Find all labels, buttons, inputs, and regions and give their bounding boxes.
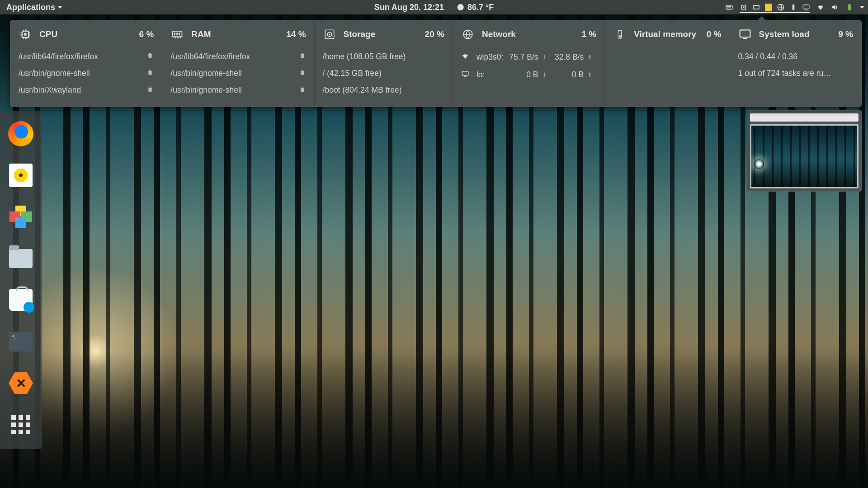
storage-value: 20 %: [425, 29, 444, 39]
svg-rect-16: [177, 33, 178, 35]
cpu-label: CPU: [39, 29, 57, 39]
photos-icon: [9, 206, 32, 228]
weather-icon: [458, 4, 464, 10]
dock-app-terminal[interactable]: >_: [7, 328, 34, 355]
storage-mount-row[interactable]: /home (108.05 GB free): [323, 48, 444, 65]
ram-process-row[interactable]: /usr/lib64/firefox/firefox: [170, 48, 306, 65]
kill-process-icon[interactable]: [299, 69, 306, 78]
workspace-thumb-1[interactable]: [750, 113, 859, 122]
storage-indicator-icon: [765, 4, 772, 11]
hexagon-icon: ✕: [9, 372, 33, 394]
top-bar: Applications Sun Aug 20, 12:21 86.7 °F: [0, 0, 868, 14]
system-monitor-panel: CPU 6 % /usr/lib64/firefox/firefox /usr/…: [10, 20, 862, 107]
svg-rect-1: [727, 6, 731, 7]
svg-rect-25: [619, 36, 621, 38]
storage-column: Storage 20 % /home (108.05 GB free) / (4…: [315, 20, 453, 107]
cpu-indicator-icon: [740, 3, 748, 11]
svg-rect-10: [848, 5, 851, 10]
svg-rect-13: [24, 33, 26, 35]
ram-process-row[interactable]: /usr/bin/gnome-shell: [170, 82, 306, 99]
network-interface-row[interactable]: wlp3s0: 75.7 B/s ⬇ 32.8 B/s ⬆: [461, 48, 596, 66]
wifi-icon[interactable]: [816, 3, 825, 11]
dash-dock: >_ ✕: [0, 111, 42, 449]
dock-app-photos[interactable]: [7, 203, 34, 230]
apps-grid-icon: [11, 415, 30, 434]
keyboard-icon[interactable]: [725, 3, 733, 11]
upload-arrow-icon: ⬆: [587, 71, 596, 78]
shopping-bag-icon: [9, 289, 33, 311]
wifi-interface-icon: [461, 52, 473, 62]
ram-label: RAM: [191, 29, 211, 39]
download-arrow-icon: ⬇: [542, 71, 551, 78]
applications-label: Applications: [6, 3, 55, 12]
kill-process-icon[interactable]: [146, 85, 154, 95]
vmem-label: Virtual memory: [634, 29, 696, 39]
svg-rect-11: [849, 4, 850, 5]
svg-rect-2: [727, 8, 731, 9]
firefox-icon: [8, 121, 33, 146]
speaker-icon: [9, 164, 33, 187]
network-interface-row[interactable]: lo: 0 B ⬇ 0 B ⬆: [461, 66, 596, 84]
svg-point-20: [329, 33, 330, 35]
ram-value: 14 %: [286, 29, 306, 39]
workspace-thumb-2-active[interactable]: [750, 124, 859, 188]
kill-process-icon[interactable]: [299, 85, 306, 95]
clock-datetime[interactable]: Sun Aug 20, 12:21: [374, 3, 444, 12]
vmem-indicator-icon: [789, 3, 797, 11]
storage-mount-row[interactable]: / (42.15 GB free): [323, 65, 444, 82]
svg-rect-5: [754, 5, 759, 9]
dock-app-files[interactable]: [7, 245, 34, 272]
tasks-row: 1 out of 724 tasks are ru…: [738, 65, 853, 82]
dock-app-firefox[interactable]: [7, 120, 34, 147]
workspace-switcher: [747, 110, 862, 192]
network-column: Network 1 % wlp3s0: 75.7 B/s ⬇ 32.8 B/s …: [453, 20, 605, 107]
storage-icon: [323, 28, 336, 41]
kill-process-icon[interactable]: [146, 52, 154, 61]
svg-rect-23: [464, 76, 467, 77]
network-indicator-icon: [777, 3, 785, 11]
network-value: 1 %: [581, 29, 596, 39]
ram-process-row[interactable]: /usr/bin/gnome-shell: [170, 65, 306, 82]
svg-rect-22: [462, 71, 468, 75]
svg-rect-17: [179, 33, 180, 35]
svg-rect-9: [805, 9, 807, 10]
sysload-column: System load 9 % 0.34 / 0.44 / 0.36 1 out…: [730, 20, 861, 107]
cpu-column: CPU 6 % /usr/lib64/firefox/firefox /usr/…: [10, 20, 162, 107]
weather-indicator[interactable]: 86.7 °F: [458, 3, 494, 12]
dock-show-apps[interactable]: [7, 411, 34, 438]
cpu-process-row[interactable]: /usr/lib64/firefox/firefox: [19, 48, 154, 65]
battery-icon[interactable]: [845, 3, 854, 11]
loopback-interface-icon: [461, 70, 473, 80]
ram-column: RAM 14 % /usr/lib64/firefox/firefox /usr…: [162, 20, 314, 107]
download-arrow-icon: ⬇: [542, 54, 551, 61]
kill-process-icon[interactable]: [146, 69, 154, 78]
sysload-icon: [738, 28, 752, 41]
cpu-process-row[interactable]: /usr/bin/Xwayland: [19, 82, 154, 99]
svg-rect-4: [743, 7, 745, 8]
cpu-icon: [19, 28, 32, 41]
weather-temperature: 86.7 °F: [467, 3, 494, 12]
storage-label: Storage: [344, 29, 376, 39]
dock-app-audio[interactable]: [7, 162, 34, 189]
vmem-value: 0 %: [707, 29, 722, 39]
volume-icon[interactable]: [831, 3, 839, 11]
svg-rect-0: [726, 5, 732, 9]
cpu-value: 6 %: [139, 29, 154, 39]
svg-rect-26: [740, 30, 750, 37]
sysload-indicator-icon: [802, 3, 810, 11]
system-monitor-indicators[interactable]: [740, 3, 810, 13]
cpu-process-row[interactable]: /usr/bin/gnome-shell: [19, 65, 154, 82]
applications-menu[interactable]: Applications: [0, 3, 69, 12]
network-label: Network: [482, 29, 516, 39]
svg-rect-15: [174, 33, 175, 35]
loadavg-row: 0.34 / 0.44 / 0.36: [738, 48, 853, 65]
dock-app-software[interactable]: [7, 286, 34, 314]
vmem-icon: [613, 28, 627, 41]
kill-process-icon[interactable]: [299, 52, 306, 61]
vmem-column: Virtual memory 0 %: [605, 20, 730, 107]
dock-app-hexchat[interactable]: ✕: [7, 370, 34, 397]
system-menu-chevron-icon[interactable]: [860, 6, 864, 9]
upload-arrow-icon: ⬆: [587, 54, 596, 61]
storage-mount-row[interactable]: /boot (804.24 MB free): [323, 82, 444, 99]
network-icon: [461, 28, 475, 41]
